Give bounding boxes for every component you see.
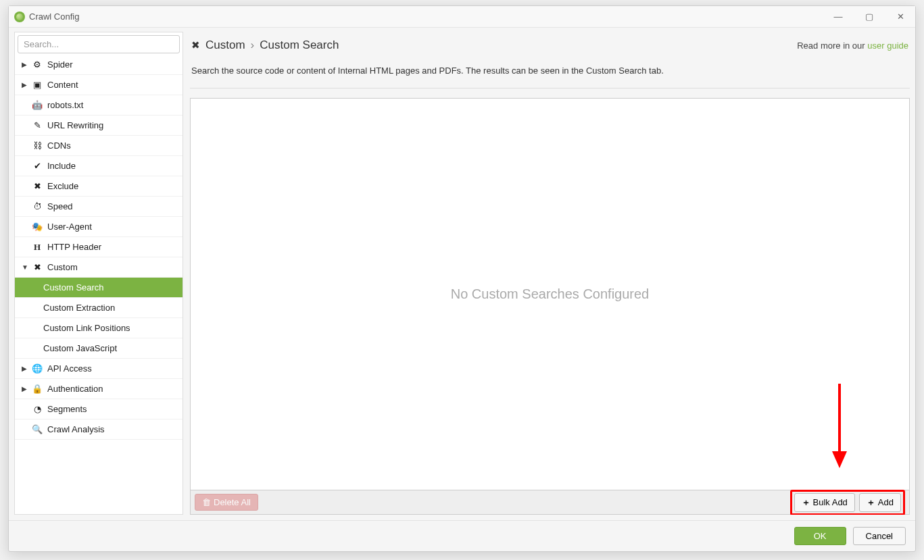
sidebar-item-authentication[interactable]: ▶🔒Authentication (15, 379, 183, 399)
sidebar-item-api-access[interactable]: ▶🌐API Access (15, 359, 183, 379)
sidebar-item-crawl-analysis[interactable]: 🔍Crawl Analysis (15, 419, 183, 440)
x-circle-icon: ✖ (31, 181, 43, 191)
sidebar-item-speed[interactable]: ⏱Speed (15, 197, 183, 217)
sidebar-item-label: Include (47, 161, 183, 171)
expand-arrow-icon: ▶ (22, 365, 31, 372)
bulk-add-label: Bulk Add (813, 497, 848, 507)
sidebar-item-label: Spider (47, 59, 183, 70)
sidebar-item-label: CDNs (47, 141, 183, 151)
main-panel: ✖ Custom › Custom Search Read more in ou… (190, 32, 910, 515)
sidebar-item-content[interactable]: ▶▣Content (15, 75, 183, 95)
window-controls: — ▢ ✕ (829, 11, 910, 22)
sidebar-item-http-header[interactable]: HHTTP Header (15, 237, 183, 257)
empty-message: No Custom Searches Configured (451, 286, 649, 302)
sidebar-item-url-rewriting[interactable]: ✎URL Rewriting (15, 116, 183, 136)
check-circle-icon: ✔ (31, 161, 43, 171)
sidebar-item-label: Custom JavaScript (43, 343, 183, 353)
sidebar-item-user-agent[interactable]: 🎭User-Agent (15, 217, 183, 237)
tools-icon: ✖ (31, 262, 43, 272)
sidebar-item-label: Segments (47, 404, 183, 414)
sidebar-item-label: Crawl Analysis (47, 424, 183, 434)
sidebar-search (18, 35, 180, 53)
readmore-prefix: Read more in our (797, 41, 867, 51)
sidebar-item-include[interactable]: ✔Include (15, 156, 183, 176)
breadcrumb: ✖ Custom › Custom Search Read more in ou… (190, 32, 910, 55)
close-button[interactable]: ✕ (891, 11, 910, 22)
sidebar-item-label: Custom Search (43, 282, 183, 292)
page-description: Search the source code or content of Int… (190, 55, 910, 88)
dialog-footer: OK Cancel (9, 520, 915, 551)
delete-all-button[interactable]: 🗑 Delete All (195, 494, 258, 511)
app-icon (14, 11, 25, 22)
pie-icon: ◔ (31, 404, 43, 414)
robot-icon: 🤖 (31, 100, 43, 110)
gauge-icon: ⏱ (31, 201, 43, 211)
sidebar-item-label: Custom Link Positions (43, 323, 183, 333)
edit-icon: ✎ (31, 120, 43, 130)
sidebar-item-exclude[interactable]: ✖Exclude (15, 176, 183, 197)
sidebar-item-label: Authentication (47, 384, 183, 394)
gear-icon: ⚙ (31, 59, 43, 70)
search-icon: 🔍 (31, 424, 43, 434)
breadcrumb-separator: › (251, 39, 255, 52)
breadcrumb-section: Custom (205, 39, 245, 52)
readmore: Read more in our user guide (797, 41, 908, 51)
user-guide-link[interactable]: user guide (867, 41, 908, 51)
maximize-button[interactable]: ▢ (860, 11, 879, 22)
network-icon: ⛓ (31, 141, 43, 151)
crawl-config-dialog: Crawl Config — ▢ ✕ ▶⚙Spider▶▣Content🤖rob… (8, 5, 916, 552)
sidebar-item-segments[interactable]: ◔Segments (15, 399, 183, 419)
sidebar-item-label: robots.txt (47, 100, 183, 110)
titlebar: Crawl Config — ▢ ✕ (9, 6, 915, 28)
sidebar-item-cdns[interactable]: ⛓CDNs (15, 136, 183, 156)
plus-icon: ＋ (867, 497, 875, 509)
sidebar-item-custom[interactable]: ▼✖Custom (15, 257, 183, 278)
action-bar: 🗑 Delete All ＋ Bulk Add ＋ Add (190, 490, 910, 515)
dialog-content: ▶⚙Spider▶▣Content🤖robots.txt✎URL Rewriti… (9, 28, 915, 520)
sidebar-item-label: User-Agent (47, 222, 183, 232)
ok-button[interactable]: OK (794, 527, 846, 545)
trash-icon: 🗑 (202, 497, 211, 507)
sidebar-item-spider[interactable]: ▶⚙Spider (15, 55, 183, 75)
sidebar-tree: ▶⚙Spider▶▣Content🤖robots.txt✎URL Rewriti… (15, 55, 183, 514)
tools-icon: ✖ (191, 39, 200, 51)
delete-all-label: Delete All (214, 497, 251, 507)
sidebar-item-label: Exclude (47, 181, 183, 191)
sidebar-item-label: Custom Extraction (43, 303, 183, 313)
sidebar-item-label: Custom (47, 262, 183, 272)
breadcrumb-page: Custom Search (260, 39, 339, 52)
expand-arrow-icon: ▶ (22, 81, 31, 88)
sidebar-item-custom-javascript[interactable]: Custom JavaScript (15, 338, 183, 359)
sidebar-item-label: API Access (47, 363, 183, 374)
lock-icon: 🔒 (31, 384, 43, 394)
canvas-wrap: No Custom Searches Configured 🗑 Delete A… (190, 98, 910, 515)
sidebar-item-robots-txt[interactable]: 🤖robots.txt (15, 95, 183, 116)
layout-icon: ▣ (31, 80, 43, 90)
expand-arrow-icon: ▶ (22, 385, 31, 392)
bulk-add-button[interactable]: ＋ Bulk Add (794, 493, 855, 512)
expand-arrow-icon: ▶ (22, 61, 31, 68)
sidebar-item-custom-extraction[interactable]: Custom Extraction (15, 298, 183, 318)
sidebar-item-custom-search[interactable]: Custom Search (15, 278, 183, 298)
sidebar-item-custom-link-positions[interactable]: Custom Link Positions (15, 318, 183, 338)
globe-icon: 🌐 (31, 363, 43, 374)
cancel-button[interactable]: Cancel (853, 527, 906, 545)
sidebar-item-label: HTTP Header (47, 242, 183, 252)
custom-search-canvas: No Custom Searches Configured (190, 98, 910, 490)
expand-arrow-icon: ▼ (22, 263, 31, 271)
user-agent-icon: 🎭 (31, 222, 43, 232)
search-input[interactable] (18, 35, 180, 53)
window-title: Crawl Config (29, 11, 79, 22)
minimize-button[interactable]: — (829, 11, 848, 22)
sidebar: ▶⚙Spider▶▣Content🤖robots.txt✎URL Rewriti… (14, 32, 183, 515)
add-button[interactable]: ＋ Add (859, 493, 901, 512)
plus-icon: ＋ (802, 497, 810, 509)
sidebar-item-label: URL Rewriting (47, 120, 183, 130)
header-icon: H (31, 242, 43, 253)
add-label: Add (878, 497, 894, 507)
sidebar-item-label: Speed (47, 201, 183, 211)
sidebar-item-label: Content (47, 80, 183, 90)
annotation-highlight: ＋ Bulk Add ＋ Add (790, 490, 905, 515)
